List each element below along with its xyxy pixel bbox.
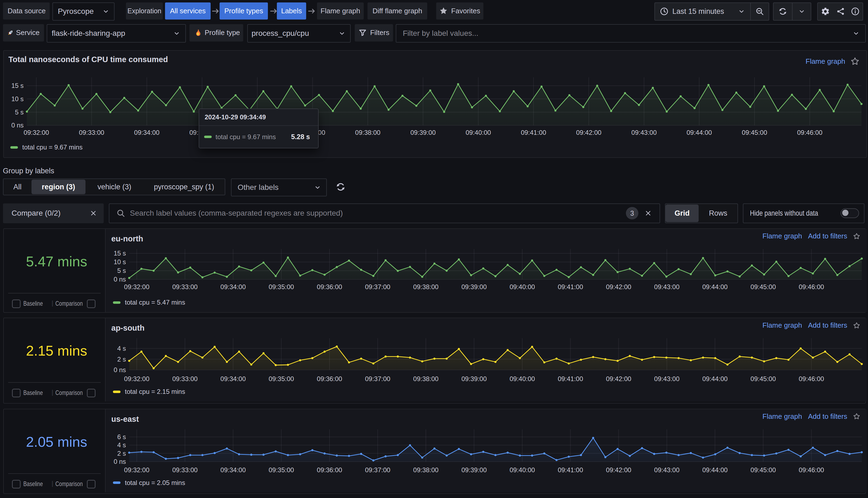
svg-text:09:44:00: 09:44:00 <box>686 129 712 136</box>
svg-text:09:34:00: 09:34:00 <box>134 129 159 136</box>
svg-text:6 s: 6 s <box>117 433 126 441</box>
svg-text:09:38:00: 09:38:00 <box>413 466 438 474</box>
svg-text:09:37:00: 09:37:00 <box>365 466 390 474</box>
svg-text:09:45:00: 09:45:00 <box>751 283 776 290</box>
svg-text:4 s: 4 s <box>117 441 126 449</box>
svg-text:09:40:00: 09:40:00 <box>509 283 535 290</box>
svg-text:10 s: 10 s <box>114 258 126 265</box>
svg-text:09:38:00: 09:38:00 <box>413 283 438 290</box>
svg-text:09:42:00: 09:42:00 <box>606 466 631 474</box>
svg-text:09:38:00: 09:38:00 <box>355 129 380 136</box>
svg-text:09:42:00: 09:42:00 <box>606 375 631 382</box>
svg-text:09:46:00: 09:46:00 <box>799 283 824 290</box>
svg-text:09:46:00: 09:46:00 <box>797 129 822 136</box>
svg-text:09:35:00: 09:35:00 <box>269 466 294 474</box>
svg-text:09:46:00: 09:46:00 <box>799 375 824 382</box>
svg-text:09:41:00: 09:41:00 <box>558 283 583 290</box>
svg-text:09:33:00: 09:33:00 <box>79 129 104 136</box>
svg-text:0 ns: 0 ns <box>114 366 126 374</box>
svg-text:09:45:00: 09:45:00 <box>751 375 776 382</box>
svg-text:09:35:00: 09:35:00 <box>269 283 294 290</box>
svg-text:09:39:00: 09:39:00 <box>461 375 487 382</box>
svg-text:0 ns: 0 ns <box>11 121 24 129</box>
svg-text:09:34:00: 09:34:00 <box>220 375 246 382</box>
svg-text:09:42:00: 09:42:00 <box>576 129 601 136</box>
svg-text:09:33:00: 09:33:00 <box>173 283 197 290</box>
svg-text:15 s: 15 s <box>114 250 126 257</box>
svg-text:09:39:00: 09:39:00 <box>461 283 487 290</box>
svg-text:09:36:00: 09:36:00 <box>317 375 342 382</box>
svg-text:09:41:00: 09:41:00 <box>521 129 546 136</box>
svg-text:09:32:00: 09:32:00 <box>24 129 49 136</box>
svg-text:09:34:00: 09:34:00 <box>220 466 246 474</box>
svg-text:09:39:00: 09:39:00 <box>410 129 436 136</box>
svg-text:09:46:00: 09:46:00 <box>799 466 824 474</box>
svg-text:0 ns: 0 ns <box>114 458 126 465</box>
svg-text:09:38:00: 09:38:00 <box>413 375 438 382</box>
svg-text:09:40:00: 09:40:00 <box>465 129 491 136</box>
svg-text:09:43:00: 09:43:00 <box>631 129 656 136</box>
svg-text:09:34:00: 09:34:00 <box>220 283 246 290</box>
svg-text:09:40:00: 09:40:00 <box>509 466 535 474</box>
svg-text:09:44:00: 09:44:00 <box>702 466 727 474</box>
svg-text:09:36:00: 09:36:00 <box>317 283 342 290</box>
svg-text:09:44:00: 09:44:00 <box>702 283 727 290</box>
svg-text:09:32:00: 09:32:00 <box>124 375 149 382</box>
svg-text:4 s: 4 s <box>117 345 126 352</box>
svg-text:09:43:00: 09:43:00 <box>654 466 679 474</box>
svg-text:5 s: 5 s <box>117 267 126 274</box>
svg-text:2 s: 2 s <box>117 449 126 457</box>
svg-text:09:44:00: 09:44:00 <box>702 375 727 382</box>
svg-text:09:35:00: 09:35:00 <box>269 375 294 382</box>
svg-text:09:43:00: 09:43:00 <box>654 375 679 382</box>
svg-text:09:36:00: 09:36:00 <box>317 466 342 474</box>
svg-text:5 s: 5 s <box>15 108 24 116</box>
svg-text:09:32:00: 09:32:00 <box>124 283 149 290</box>
svg-text:09:37:00: 09:37:00 <box>365 283 390 290</box>
svg-text:09:33:00: 09:33:00 <box>173 466 197 474</box>
svg-text:09:39:00: 09:39:00 <box>461 466 487 474</box>
svg-text:09:41:00: 09:41:00 <box>558 466 583 474</box>
svg-text:15 s: 15 s <box>11 82 24 89</box>
svg-text:09:45:00: 09:45:00 <box>751 466 776 474</box>
svg-text:10 s: 10 s <box>11 95 24 103</box>
svg-text:09:37:00: 09:37:00 <box>365 375 390 382</box>
svg-text:09:42:00: 09:42:00 <box>606 283 631 290</box>
svg-text:09:33:00: 09:33:00 <box>173 375 197 382</box>
svg-text:0 ns: 0 ns <box>114 276 126 283</box>
svg-text:09:43:00: 09:43:00 <box>654 283 679 290</box>
svg-text:09:45:00: 09:45:00 <box>742 129 767 136</box>
svg-text:09:40:00: 09:40:00 <box>509 375 535 382</box>
svg-text:09:41:00: 09:41:00 <box>558 375 583 382</box>
svg-text:09:32:00: 09:32:00 <box>124 466 149 474</box>
svg-text:2 s: 2 s <box>117 356 126 363</box>
